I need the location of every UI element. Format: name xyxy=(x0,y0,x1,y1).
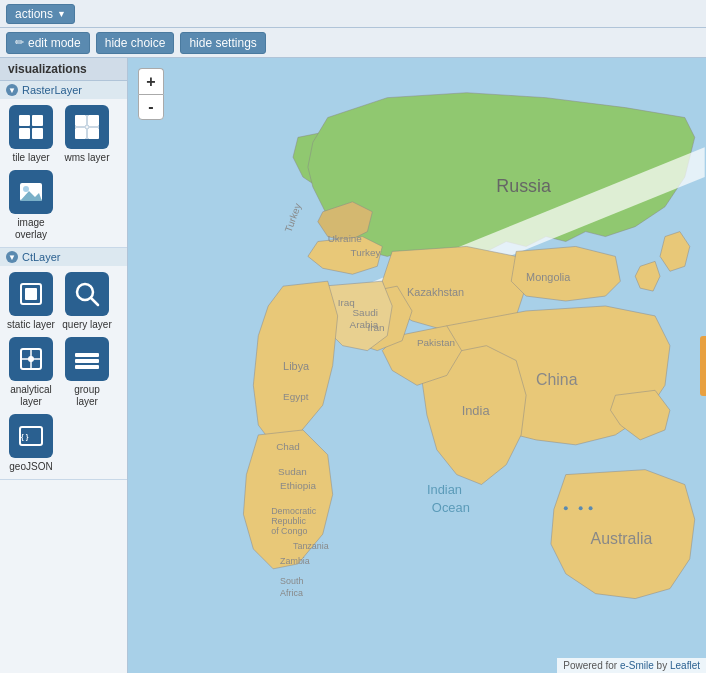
svg-point-11 xyxy=(23,186,29,192)
raster-layer-items: tile layer wms layer xyxy=(0,99,127,247)
analytical-layer-icon xyxy=(9,337,53,381)
wms-layer-icon xyxy=(65,105,109,149)
svg-line-16 xyxy=(91,298,98,305)
attribution: Powered for e-Smile by Leaflet xyxy=(557,658,706,673)
svg-rect-7 xyxy=(88,128,99,139)
image-overlay-item[interactable]: image overlay xyxy=(6,170,56,241)
svg-rect-21 xyxy=(75,353,99,357)
wms-layer-label: wms layer xyxy=(64,152,109,164)
svg-text:Arabia: Arabia xyxy=(350,319,379,330)
edit-mode-button[interactable]: ✏ edit mode xyxy=(6,32,90,54)
zoom-controls: + - xyxy=(138,68,164,120)
esmile-link[interactable]: e-Smile xyxy=(620,660,654,671)
svg-text:Kazakhstan: Kazakhstan xyxy=(407,286,464,298)
svg-text:Tanzania: Tanzania xyxy=(293,541,329,551)
ct-layer-items: static layer query layer xyxy=(0,266,127,479)
right-edge-indicator xyxy=(700,336,706,396)
svg-text:Egypt: Egypt xyxy=(283,391,309,402)
edit-icon: ✏ xyxy=(15,36,24,49)
main-area: visualizations ▼ RasterLayer xyxy=(0,58,706,673)
svg-text:Saudi: Saudi xyxy=(353,307,378,318)
svg-text:Republic: Republic xyxy=(271,516,306,526)
svg-rect-5 xyxy=(88,115,99,126)
svg-text:Australia: Australia xyxy=(591,530,653,547)
hide-choice-label: hide choice xyxy=(105,36,166,50)
svg-text:of Congo: of Congo xyxy=(271,526,307,536)
raster-layer-label: RasterLayer xyxy=(22,84,82,96)
svg-text:Ocean: Ocean xyxy=(432,500,470,515)
svg-text:Ethiopia: Ethiopia xyxy=(280,480,316,491)
actions-button[interactable]: actions ▼ xyxy=(6,4,75,24)
actions-label: actions xyxy=(15,7,53,21)
ct-layer-header[interactable]: ▼ CtLayer xyxy=(0,248,127,266)
svg-point-56 xyxy=(579,506,583,510)
edit-mode-label: edit mode xyxy=(28,36,81,50)
raster-collapse-icon: ▼ xyxy=(6,84,18,96)
svg-point-57 xyxy=(589,506,593,510)
svg-rect-22 xyxy=(75,359,99,363)
svg-rect-14 xyxy=(25,288,37,300)
wms-layer-item[interactable]: wms layer xyxy=(62,105,112,164)
svg-rect-6 xyxy=(75,128,86,139)
analytical-layer-item[interactable]: analytical layer xyxy=(6,337,56,408)
svg-rect-0 xyxy=(19,115,30,126)
tile-layer-label: tile layer xyxy=(12,152,49,164)
analytical-layer-label: analytical layer xyxy=(6,384,56,408)
group-layer-icon xyxy=(65,337,109,381)
group-layer-item[interactable]: group layer xyxy=(62,337,112,408)
static-layer-item[interactable]: static layer xyxy=(6,272,56,331)
geojson-label: geoJSON xyxy=(9,461,52,473)
left-panel: visualizations ▼ RasterLayer xyxy=(0,58,128,673)
query-layer-label: query layer xyxy=(62,319,111,331)
map-svg: Russia China India Kazakhstan Mongolia I… xyxy=(128,58,706,673)
image-overlay-icon xyxy=(9,170,53,214)
svg-text:Mongolia: Mongolia xyxy=(526,271,571,283)
map-area[interactable]: Russia China India Kazakhstan Mongolia I… xyxy=(128,58,706,673)
ct-layer-section: ▼ CtLayer static layer xyxy=(0,248,127,480)
hide-choice-button[interactable]: hide choice xyxy=(96,32,175,54)
svg-text:Turkey: Turkey xyxy=(351,247,381,258)
svg-text:China: China xyxy=(536,371,578,388)
leaflet-link[interactable]: Leaflet xyxy=(670,660,700,671)
visualizations-header: visualizations xyxy=(0,58,127,81)
tile-layer-icon xyxy=(9,105,53,149)
geojson-item[interactable]: { } geoJSON xyxy=(6,414,56,473)
svg-rect-2 xyxy=(19,128,30,139)
top-bar: actions ▼ xyxy=(0,0,706,28)
svg-text:Pakistan: Pakistan xyxy=(417,337,455,348)
zoom-out-button[interactable]: - xyxy=(138,94,164,120)
svg-text:Africa: Africa xyxy=(280,588,303,598)
geojson-icon: { } xyxy=(9,414,53,458)
svg-text:Russia: Russia xyxy=(496,176,551,196)
svg-point-20 xyxy=(28,356,34,362)
second-bar: ✏ edit mode hide choice hide settings xyxy=(0,28,706,58)
svg-text:Zambia: Zambia xyxy=(280,556,310,566)
query-layer-icon xyxy=(65,272,109,316)
svg-text:Ukraine: Ukraine xyxy=(328,233,363,244)
svg-text:Libya: Libya xyxy=(283,360,310,372)
svg-point-55 xyxy=(564,506,568,510)
svg-text:South: South xyxy=(280,576,303,586)
svg-rect-3 xyxy=(32,128,43,139)
svg-text:Sudan: Sudan xyxy=(278,466,307,477)
hide-settings-button[interactable]: hide settings xyxy=(180,32,265,54)
group-layer-label: group layer xyxy=(62,384,112,408)
ct-collapse-icon: ▼ xyxy=(6,251,18,263)
hide-settings-label: hide settings xyxy=(189,36,256,50)
ct-layer-label: CtLayer xyxy=(22,251,61,263)
svg-rect-4 xyxy=(75,115,86,126)
static-layer-label: static layer xyxy=(7,319,55,331)
svg-text:Democratic: Democratic xyxy=(271,506,317,516)
svg-text:{ }: { } xyxy=(21,433,29,441)
svg-rect-23 xyxy=(75,365,99,369)
tile-layer-item[interactable]: tile layer xyxy=(6,105,56,164)
raster-layer-section: ▼ RasterLayer tile layer xyxy=(0,81,127,248)
svg-text:India: India xyxy=(462,403,491,418)
svg-rect-1 xyxy=(32,115,43,126)
zoom-in-button[interactable]: + xyxy=(138,68,164,94)
svg-text:Chad: Chad xyxy=(276,441,300,452)
svg-text:Indian: Indian xyxy=(427,482,462,497)
actions-arrow: ▼ xyxy=(57,9,66,19)
query-layer-item[interactable]: query layer xyxy=(62,272,112,331)
raster-layer-header[interactable]: ▼ RasterLayer xyxy=(0,81,127,99)
